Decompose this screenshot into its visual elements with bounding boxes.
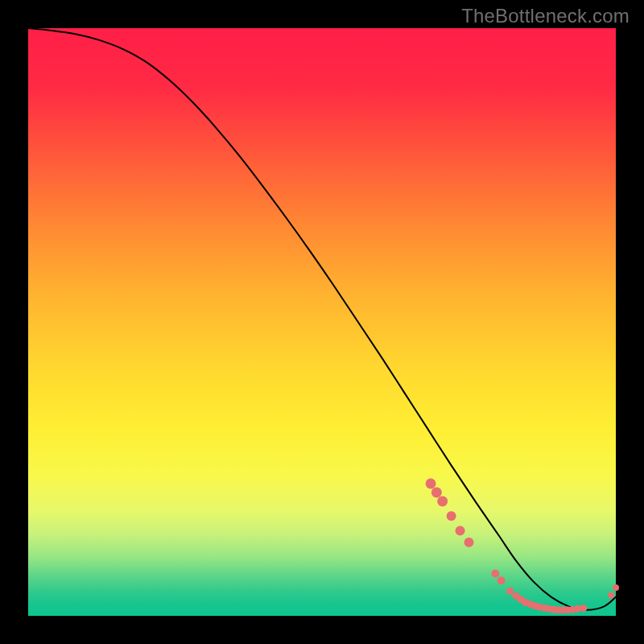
scatter-point <box>506 588 514 595</box>
scatter-point <box>456 526 465 535</box>
scatter-point <box>608 592 614 598</box>
scatter-point <box>437 496 448 506</box>
scatter-point <box>613 584 619 591</box>
scatter-point <box>447 511 456 521</box>
chart-svg <box>28 28 616 616</box>
scatter-point <box>497 576 506 584</box>
chart-stage: TheBottleneck.com <box>0 0 644 644</box>
plot-area <box>28 28 616 616</box>
scatter-point <box>431 487 442 497</box>
scatter-points-group <box>426 478 619 613</box>
scatter-point <box>426 478 436 489</box>
scatter-point <box>464 538 474 547</box>
bottleneck-curve <box>28 28 616 610</box>
watermark-text: TheBottleneck.com <box>461 5 630 27</box>
scatter-point <box>491 569 499 577</box>
scatter-point <box>580 605 587 612</box>
